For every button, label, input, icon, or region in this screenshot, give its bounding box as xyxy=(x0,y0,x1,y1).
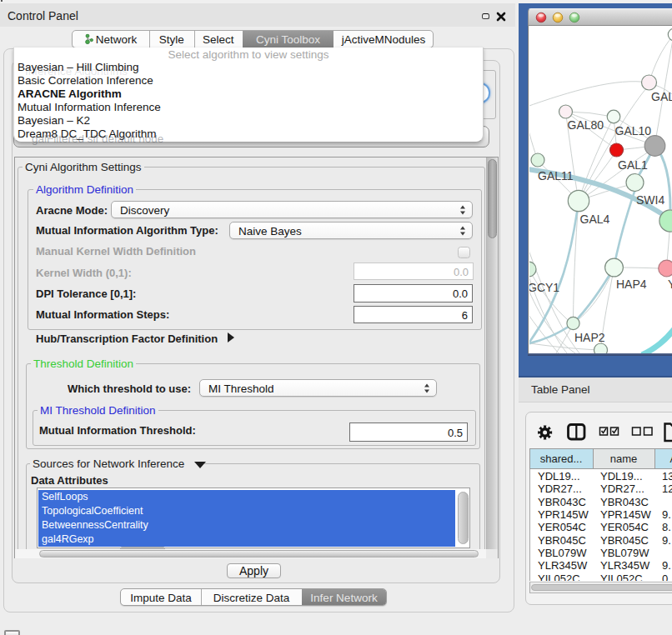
svg-text:HAP4: HAP4 xyxy=(616,278,647,291)
svg-text:GAL2: GAL2 xyxy=(651,90,672,103)
svg-text:SWI4: SWI4 xyxy=(636,193,664,207)
svg-text:GAL10: GAL10 xyxy=(615,124,652,138)
svg-text:GCY1: GCY1 xyxy=(529,281,559,294)
svg-text:GAL80: GAL80 xyxy=(568,118,604,132)
svg-text:GAL11: GAL11 xyxy=(538,169,574,182)
svg-text:HAP2: HAP2 xyxy=(574,331,605,344)
svg-text:GAL1: GAL1 xyxy=(618,158,648,172)
svg-text:YD: YD xyxy=(668,278,672,291)
svg-text:GAL4: GAL4 xyxy=(580,212,610,226)
